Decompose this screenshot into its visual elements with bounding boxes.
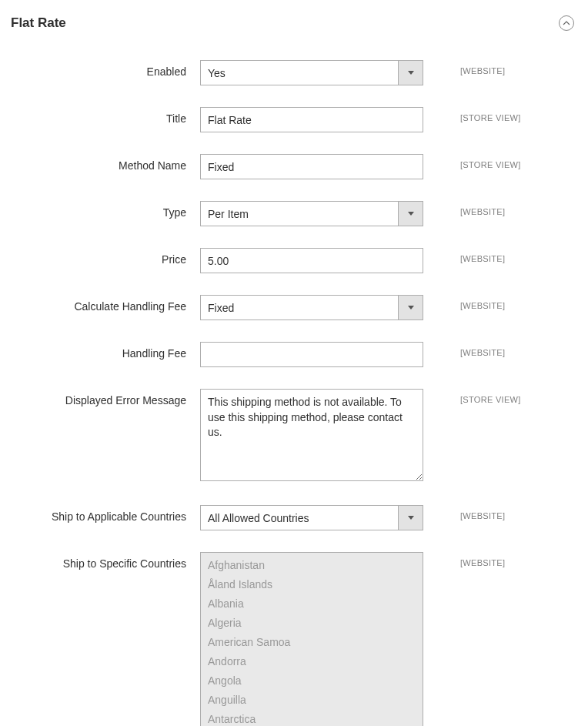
field-scope-ship-applicable: [WEBSITE] (423, 505, 505, 520)
ship-applicable-select-value: All Allowed Countries (200, 505, 398, 530)
field-label-error-message: Displayed Error Message (11, 389, 200, 406)
collapse-toggle[interactable] (559, 15, 574, 31)
chevron-down-icon (408, 71, 414, 75)
chevron-down-icon (408, 516, 414, 520)
type-select-button[interactable] (398, 201, 423, 226)
field-scope-error-message: [STORE VIEW] (423, 389, 521, 404)
country-option[interactable]: Albania (201, 594, 423, 614)
field-label-title: Title (11, 107, 200, 125)
ship-specific-multiselect[interactable]: AfghanistanÅland IslandsAlbaniaAlgeriaAm… (200, 552, 423, 726)
field-row-enabled: Enabled Yes [WEBSITE] (11, 60, 577, 85)
country-option[interactable]: Antarctica (201, 710, 423, 726)
field-label-enabled: Enabled (11, 60, 200, 78)
calc-handling-select-value: Fixed (200, 295, 398, 320)
field-row-handling-fee: Handling Fee [WEBSITE] (11, 342, 577, 367)
error-message-textarea[interactable] (200, 389, 423, 481)
enabled-select-button[interactable] (398, 60, 423, 85)
field-label-ship-applicable: Ship to Applicable Countries (11, 505, 200, 523)
field-scope-type: [WEBSITE] (423, 201, 505, 216)
chevron-down-icon (408, 306, 414, 309)
field-scope-title: [STORE VIEW] (423, 107, 521, 122)
country-option[interactable]: Afghanistan (201, 556, 423, 575)
calc-handling-select[interactable]: Fixed (200, 295, 423, 320)
chevron-up-icon (563, 19, 570, 27)
enabled-select[interactable]: Yes (200, 60, 423, 85)
ship-applicable-select[interactable]: All Allowed Countries (200, 505, 423, 530)
field-row-price: Price [WEBSITE] (11, 248, 577, 273)
country-option[interactable]: American Samoa (201, 633, 423, 652)
type-select-value: Per Item (200, 201, 398, 226)
field-row-type: Type Per Item [WEBSITE] (11, 201, 577, 226)
country-option[interactable]: Algeria (201, 614, 423, 633)
field-row-ship-applicable: Ship to Applicable Countries All Allowed… (11, 505, 577, 530)
field-label-ship-specific: Ship to Specific Countries (11, 552, 200, 570)
field-row-error-message: Displayed Error Message [STORE VIEW] (11, 389, 577, 483)
field-scope-enabled: [WEBSITE] (423, 60, 505, 75)
country-option[interactable]: Åland Islands (201, 575, 423, 594)
field-row-ship-specific: Ship to Specific Countries AfghanistanÅl… (11, 552, 577, 726)
title-input[interactable] (200, 107, 423, 132)
field-scope-method-name: [STORE VIEW] (423, 154, 521, 169)
field-label-type: Type (11, 201, 200, 219)
handling-fee-input[interactable] (200, 342, 423, 367)
country-option[interactable]: Angola (201, 671, 423, 691)
field-row-calc-handling: Calculate Handling Fee Fixed [WEBSITE] (11, 295, 577, 320)
field-label-price: Price (11, 248, 200, 266)
type-select[interactable]: Per Item (200, 201, 423, 226)
price-input[interactable] (200, 248, 423, 273)
field-scope-calc-handling: [WEBSITE] (423, 295, 505, 310)
method-name-input[interactable] (200, 154, 423, 179)
country-option[interactable]: Andorra (201, 652, 423, 671)
field-row-method-name: Method Name [STORE VIEW] (11, 154, 577, 179)
enabled-select-value: Yes (200, 60, 398, 85)
field-label-handling-fee: Handling Fee (11, 342, 200, 360)
field-label-method-name: Method Name (11, 154, 200, 172)
calc-handling-select-button[interactable] (398, 295, 423, 320)
field-scope-ship-specific: [WEBSITE] (423, 552, 505, 567)
chevron-down-icon (408, 212, 414, 216)
ship-applicable-select-button[interactable] (398, 505, 423, 530)
field-scope-handling-fee: [WEBSITE] (423, 342, 505, 357)
section-title: Flat Rate (11, 15, 66, 31)
section-header: Flat Rate (11, 15, 577, 31)
field-label-calc-handling: Calculate Handling Fee (11, 295, 200, 313)
field-scope-price: [WEBSITE] (423, 248, 505, 263)
country-option[interactable]: Anguilla (201, 691, 423, 710)
field-row-title: Title [STORE VIEW] (11, 107, 577, 132)
